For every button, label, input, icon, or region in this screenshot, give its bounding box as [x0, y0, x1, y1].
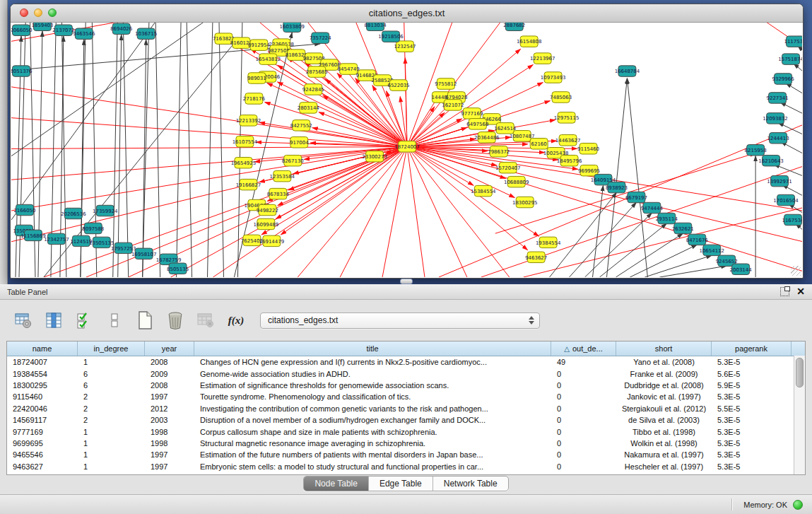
network-window[interactable]: citations_edges.txt 18724007233002737163… — [10, 4, 804, 279]
graph-node[interactable]: 8505135 — [167, 263, 189, 274]
column-header-pagerank[interactable]: pagerank — [712, 341, 792, 356]
graph-node[interactable]: 16543812 — [256, 54, 281, 64]
graph-node[interactable]: 8427552 — [290, 120, 312, 131]
graph-node[interactable]: 10688809 — [504, 176, 529, 187]
graph-node[interactable]: 19384554 — [536, 237, 561, 247]
graph-node[interactable]: 7485063 — [550, 92, 572, 103]
table-settings-button[interactable] — [13, 310, 34, 331]
graph-node[interactable]: 9777169 — [461, 108, 483, 119]
graph-node[interactable]: 8813034 — [365, 23, 387, 30]
graph-node[interactable]: 15751874 — [778, 54, 802, 64]
clear-selection-button[interactable] — [104, 310, 125, 331]
graph-node[interactable]: 1167534 — [782, 214, 802, 225]
graph-node[interactable]: 18724007 — [394, 141, 420, 152]
tab-network-table[interactable]: Network Table — [433, 477, 508, 491]
column-header-short[interactable]: short — [616, 341, 712, 356]
graph-node[interactable]: 1859403 — [31, 23, 53, 30]
graph-node[interactable]: 19654925 — [231, 157, 257, 168]
table-row[interactable]: 1938455462009Genome-wide association stu… — [7, 368, 805, 379]
graph-node[interactable]: 9227341 — [767, 93, 789, 103]
graph-node[interactable]: 2051376 — [11, 66, 33, 76]
graph-node[interactable]: 1244413 — [767, 133, 789, 144]
graph-node[interactable]: 62160 — [530, 139, 548, 149]
tab-node-table[interactable]: Node Table — [304, 477, 369, 491]
graph-node[interactable]: 7986372 — [488, 146, 510, 157]
graph-node[interactable]: 2718176 — [243, 93, 265, 104]
graph-node[interactable]: 18495796 — [557, 155, 582, 165]
scrollbar-thumb[interactable] — [796, 358, 804, 387]
graph-node[interactable]: 2887682 — [503, 23, 525, 30]
graph-node[interactable]: 2935114 — [656, 213, 678, 223]
graph-node[interactable]: 16958107 — [131, 248, 157, 259]
graph-node[interactable]: 16033809 — [280, 23, 305, 32]
column-header-out_de[interactable]: △out_de... — [551, 341, 616, 356]
function-builder-button[interactable]: f(x) — [225, 310, 247, 331]
float-panel-icon[interactable] — [780, 287, 789, 296]
graph-node[interactable]: 12213967 — [530, 53, 555, 64]
graph-node[interactable]: 9474444 — [641, 202, 664, 213]
graph-node[interactable]: 16107554 — [233, 136, 258, 147]
delete-table-button[interactable] — [195, 310, 216, 331]
table-vertical-scrollbar[interactable] — [794, 356, 805, 474]
table-row[interactable]: 977716911998Corpus callosum shape and si… — [7, 426, 805, 437]
graph-node[interactable]: 9115460 — [577, 144, 599, 154]
graph-node[interactable]: 16099489 — [254, 218, 279, 229]
graph-node[interactable]: 11156869 — [20, 230, 46, 240]
graph-node[interactable]: 20364486 — [474, 132, 500, 143]
network-window-titlebar[interactable]: citations_edges.txt — [11, 4, 803, 23]
graph-node[interactable]: 12093832 — [763, 113, 788, 124]
graph-node[interactable]: 2066050 — [11, 25, 33, 35]
show-column-button[interactable] — [43, 310, 64, 331]
graph-node[interactable]: 9097588 — [82, 223, 104, 233]
graph-node[interactable]: 16648784 — [615, 66, 640, 76]
table-row[interactable]: 1830029562008Estimation of significance … — [7, 380, 805, 391]
graph-node[interactable]: 917004 — [290, 137, 309, 148]
graph-node[interactable]: 19166827 — [236, 179, 261, 189]
table-row[interactable]: 946554611997Estimation of the future num… — [7, 449, 805, 460]
graph-node[interactable]: 8912954 — [248, 40, 271, 50]
window-resize-grip[interactable] — [791, 266, 801, 276]
column-header-year[interactable]: year — [145, 341, 194, 356]
panel-divider-handle[interactable] — [400, 279, 413, 284]
graph-node[interactable]: 16914479 — [259, 235, 285, 246]
table-row[interactable]: 969969511998Structural magnetic resonanc… — [7, 438, 805, 449]
tab-edge-table[interactable]: Edge Table — [369, 477, 433, 491]
graph-node[interactable]: 2803144 — [298, 103, 320, 113]
graph-node[interactable]: 20206536 — [61, 208, 86, 218]
graph-node[interactable]: 12342757 — [44, 233, 69, 244]
graph-node[interactable]: 16210643 — [758, 155, 784, 165]
network-canvas[interactable]: 1872400723300273716382281601288912954222… — [11, 23, 802, 277]
graph-node[interactable]: 7357224 — [310, 33, 332, 43]
table-row[interactable]: 1456911722003Disruption of a novel membe… — [7, 414, 805, 426]
graph-node[interactable]: 9329966 — [772, 74, 794, 84]
column-header-title[interactable]: title — [194, 341, 551, 356]
graph-node[interactable]: 1036715 — [135, 28, 157, 39]
graph-node[interactable]: 2137072 — [52, 25, 74, 35]
graph-node[interactable]: 6522035 — [387, 80, 409, 90]
column-header-name[interactable]: name — [7, 341, 78, 356]
graph-node[interactable]: 12213392 — [236, 115, 261, 126]
graph-node[interactable]: 8678334 — [267, 188, 290, 199]
graph-node[interactable]: 18300295 — [512, 197, 538, 207]
table-row[interactable]: 2242004622012Investigating the contribut… — [7, 403, 805, 414]
table-selector-dropdown[interactable]: citations_edges.txt — [260, 313, 540, 329]
graph-node[interactable]: 10654112 — [699, 245, 724, 255]
table-row[interactable]: 946362711997Embryonic stem cells: a mode… — [7, 461, 805, 472]
table-row[interactable]: 911546021997Tourette syndrome. Phenomeno… — [7, 391, 805, 402]
graph-node[interactable]: 1232547 — [394, 41, 416, 52]
graph-node[interactable]: 9463546 — [73, 28, 95, 39]
graph-node[interactable]: 1621072 — [442, 100, 464, 110]
graph-node[interactable]: 13992971 — [767, 175, 792, 186]
graph-node[interactable]: 19218506 — [378, 31, 404, 42]
close-panel-icon[interactable]: ✕ — [796, 288, 805, 296]
graph-node[interactable]: 6679197 — [625, 192, 647, 202]
select-all-button[interactable] — [73, 310, 95, 331]
graph-node[interactable]: 1117534 — [784, 36, 802, 47]
graph-node[interactable]: 9242845 — [302, 84, 324, 95]
graph-node[interactable]: 8938923 — [606, 182, 628, 192]
graph-node[interactable]: 8694026 — [110, 23, 132, 34]
graph-node[interactable]: 9463627 — [525, 252, 547, 262]
graph-node[interactable]: 10973493 — [541, 72, 566, 83]
graph-node[interactable]: 9755812 — [435, 78, 457, 89]
graph-node[interactable]: 12353584 — [270, 170, 295, 181]
